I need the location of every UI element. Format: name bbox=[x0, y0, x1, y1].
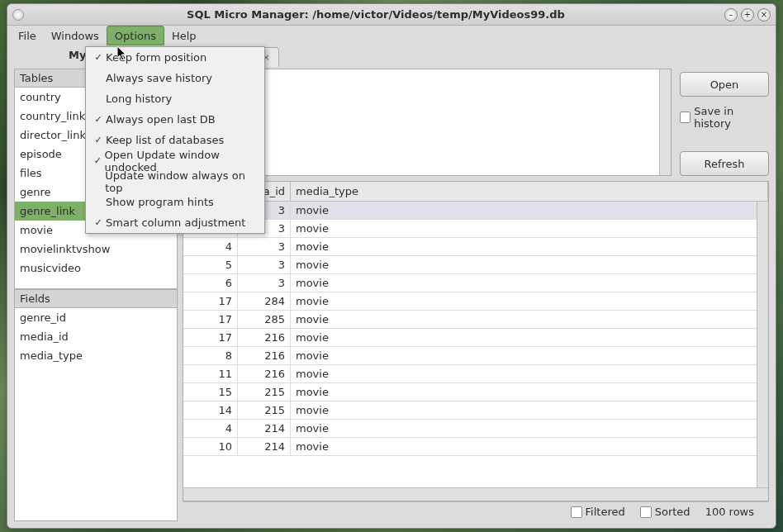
status-bar: Filtered Sorted 100 rows bbox=[183, 501, 769, 521]
table-item[interactable]: movielinktvshow bbox=[15, 240, 177, 259]
checkmark-icon: ✓ bbox=[93, 114, 104, 125]
grid-cell: movie bbox=[291, 274, 768, 292]
save-history-label: Save in history bbox=[694, 105, 769, 130]
grid-row[interactable]: 4214movie bbox=[183, 420, 768, 438]
grid-cell: 17 bbox=[183, 329, 238, 346]
grid-cell: 6 bbox=[183, 274, 238, 292]
grid-cell: 216 bbox=[238, 365, 291, 382]
grid-cell: movie bbox=[291, 292, 768, 310]
dropdown-item[interactable]: Always save history bbox=[86, 68, 264, 88]
grid-cell: movie bbox=[291, 347, 768, 364]
dropdown-item[interactable]: ✓Open Update window undocked bbox=[86, 150, 264, 171]
field-item[interactable]: media_id bbox=[15, 327, 177, 346]
dropdown-item[interactable]: ✓Smart column adjustment bbox=[86, 212, 264, 233]
grid-cell: 17 bbox=[183, 311, 238, 328]
dropdown-item-label: Smart column adjustment bbox=[106, 216, 245, 229]
open-button[interactable]: Open bbox=[680, 72, 769, 97]
menubar: File Windows Options Help bbox=[7, 26, 776, 45]
grid-cell: 10 bbox=[183, 438, 238, 455]
grid-cell: movie bbox=[291, 202, 768, 219]
save-history-checkbox[interactable] bbox=[680, 112, 690, 123]
menu-help[interactable]: Help bbox=[164, 26, 204, 45]
sorted-label: Sorted bbox=[655, 506, 690, 518]
grid-row[interactable]: 17285movie bbox=[183, 311, 768, 329]
fields-header: Fields bbox=[14, 289, 178, 308]
menu-options[interactable]: Options bbox=[107, 26, 164, 45]
dropdown-item[interactable]: Show program hints bbox=[86, 192, 264, 212]
grid-row[interactable]: 17216movie bbox=[183, 329, 768, 347]
menu-file[interactable]: File bbox=[11, 26, 44, 45]
grid-cell: 215 bbox=[238, 383, 291, 401]
grid-cell: 4 bbox=[183, 420, 238, 437]
grid-row[interactable]: 17284movie bbox=[183, 292, 768, 311]
grid-row[interactable]: 43movie bbox=[183, 238, 768, 256]
grid-cell: 215 bbox=[238, 401, 291, 419]
dropdown-item[interactable]: Long history bbox=[86, 88, 264, 109]
grid-cell: 284 bbox=[238, 292, 291, 310]
grid-cell: 216 bbox=[238, 347, 291, 364]
checkmark-icon: ✓ bbox=[93, 135, 104, 145]
grid-cell: 214 bbox=[238, 438, 291, 455]
grid-cell: movie bbox=[291, 311, 768, 328]
grid-row[interactable]: 3movie bbox=[183, 202, 768, 220]
checkmark-icon: ✓ bbox=[93, 217, 104, 228]
grid-cell: 5 bbox=[183, 256, 238, 273]
window-title: SQL Micro Manager: /home/victor/Videos/t… bbox=[27, 8, 724, 21]
grid-body[interactable]: 3movie33movie43movie53movie63movie17284m… bbox=[183, 202, 768, 487]
grid-row[interactable]: 33movie bbox=[183, 220, 768, 238]
grid-hscrollbar[interactable] bbox=[183, 487, 768, 501]
grid-cell: 3 bbox=[238, 274, 291, 292]
dropdown-item[interactable]: ✓Keep list of databases bbox=[86, 130, 264, 150]
grid-header-row: ia_id media_type bbox=[183, 182, 768, 202]
dropdown-item-label: Show program hints bbox=[106, 196, 214, 208]
grid-cell: 8 bbox=[183, 347, 238, 364]
window-menu-icon[interactable] bbox=[12, 9, 24, 21]
grid-cell: movie bbox=[291, 220, 768, 237]
grid-cell: movie bbox=[291, 383, 768, 401]
field-item[interactable]: genre_id bbox=[15, 308, 177, 327]
grid-cell: movie bbox=[291, 420, 768, 437]
grid-cell: movie bbox=[291, 365, 768, 382]
field-item[interactable]: media_type bbox=[15, 346, 177, 365]
grid-cell: 214 bbox=[238, 420, 291, 437]
grid-cell: 14 bbox=[183, 401, 238, 419]
minimize-button[interactable]: – bbox=[724, 8, 738, 21]
dropdown-item-label: Keep form position bbox=[106, 51, 206, 64]
grid-vscrollbar[interactable] bbox=[757, 202, 768, 487]
grid-row[interactable]: 8216movie bbox=[183, 347, 768, 365]
grid-header-col2[interactable]: media_type bbox=[291, 182, 768, 201]
refresh-button[interactable]: Refresh bbox=[680, 151, 769, 176]
right-pane: * nre_link 00; Open Save in history Refr… bbox=[183, 69, 769, 521]
dropdown-item-label: Always save history bbox=[106, 72, 212, 84]
menu-windows[interactable]: Windows bbox=[44, 26, 107, 45]
grid-row[interactable]: 14215movie bbox=[183, 401, 768, 420]
sorted-checkbox[interactable] bbox=[640, 506, 652, 518]
dropdown-item[interactable]: Update window always on top bbox=[86, 171, 264, 192]
fields-list[interactable]: genre_idmedia_idmedia_type bbox=[14, 308, 178, 521]
close-button[interactable]: × bbox=[757, 8, 771, 21]
dropdown-item[interactable]: ✓Always open last DB bbox=[86, 109, 264, 130]
grid-cell: 15 bbox=[183, 383, 238, 401]
dropdown-item-label: Update window always on top bbox=[105, 169, 258, 194]
grid-cell: 11 bbox=[183, 365, 238, 382]
dropdown-item[interactable]: ✓Keep form position bbox=[86, 47, 264, 68]
grid-row[interactable]: 11216movie bbox=[183, 365, 768, 383]
grid-row[interactable]: 63movie bbox=[183, 274, 768, 292]
grid-cell: movie bbox=[291, 329, 768, 346]
grid-cell: movie bbox=[291, 238, 768, 255]
grid-row[interactable]: 15215movie bbox=[183, 383, 768, 401]
grid-row[interactable]: 53movie bbox=[183, 256, 768, 274]
table-item[interactable]: musicvideo bbox=[15, 259, 177, 278]
titlebar: SQL Micro Manager: /home/victor/Videos/t… bbox=[7, 4, 776, 26]
maximize-button[interactable]: + bbox=[741, 8, 754, 21]
grid-row[interactable]: 10214movie bbox=[183, 438, 768, 456]
results-grid: ia_id media_type 3movie33movie43movie53m… bbox=[183, 181, 769, 501]
grid-cell: movie bbox=[291, 438, 768, 455]
options-dropdown: ✓Keep form positionAlways save historyLo… bbox=[85, 46, 265, 234]
filtered-label: Filtered bbox=[586, 506, 625, 518]
dropdown-item-label: Long history bbox=[106, 93, 172, 105]
filtered-checkbox[interactable] bbox=[571, 506, 582, 518]
sql-scrollbar[interactable] bbox=[659, 69, 671, 175]
checkmark-icon: ✓ bbox=[93, 155, 103, 166]
checkmark-icon: ✓ bbox=[93, 52, 104, 63]
